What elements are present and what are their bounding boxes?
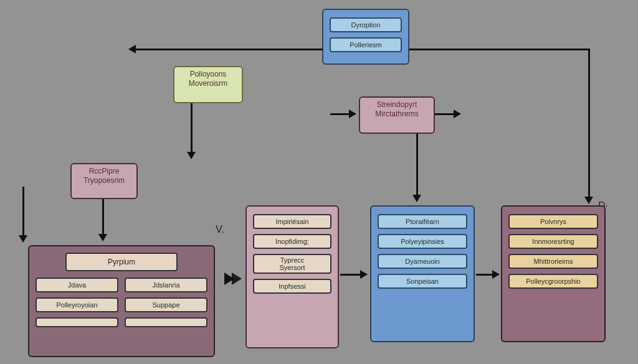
darkm-r1b: Jdslanria (125, 278, 207, 292)
darkm-r3a (36, 317, 118, 327)
arrow-green-down-head (187, 152, 196, 159)
arrow-green-down (191, 103, 193, 153)
streind-box-line-b: Mirctathrems (363, 110, 431, 119)
mauve-c2: Syersort (258, 264, 326, 271)
mauve-b: Inopfidimg; (253, 234, 331, 249)
top-box: Dyroption Polleriesm (322, 9, 409, 65)
rcp-box: RccPipre Tryopoesrim (70, 163, 138, 199)
arrow-d-down-head (584, 197, 593, 204)
arrow-top-right-v (588, 49, 590, 105)
top-box-item-a: Dyroption (330, 17, 402, 32)
green-box-line-b: Moveroisrm (177, 79, 239, 88)
arrow-top-right-h (409, 49, 590, 50)
arrow-blue-plum-head (492, 270, 500, 279)
plum-b: Innmoresrting (508, 234, 598, 249)
arrow-blue-plum (476, 274, 493, 276)
green-box-line-a: Polloyoons (177, 70, 239, 79)
arrow-mauve-blue (340, 274, 361, 276)
darkm-r2b: Suppape (125, 297, 207, 312)
arrow-top-left (136, 49, 323, 50)
arrow-streind-down-head (412, 195, 421, 202)
green-box: Polloyoons Moveroisrm (173, 66, 243, 103)
plum-d: Polleycgroorpshio (508, 274, 598, 289)
top-box-item-b: Polleriesm (330, 37, 402, 52)
plum-list-box: Poivnrys Innmoresrting Mhittrorieims Pol… (501, 205, 606, 342)
arrow-to-streind (330, 113, 349, 115)
arrow-farleft-down-head (19, 235, 27, 243)
v-label: V. (216, 224, 224, 235)
blue-d: Sonpeisan (378, 274, 467, 289)
darkm-r1a: Jdava (36, 278, 118, 292)
rcp-box-line-b: Tryopoesrim (74, 176, 134, 185)
mauve-c: Typrecc Syersort (253, 254, 331, 274)
plum-a: Poivnrys (508, 214, 598, 229)
streind-box: Streindopyrt Mirctathrems (359, 96, 435, 134)
rcp-box-line-a: RccPipre (74, 167, 134, 176)
darkm-r2a: Polleyroyoian (36, 297, 118, 312)
arrow-d-down (588, 105, 590, 198)
arrow-streind-down (416, 134, 418, 196)
mauve-d: Inpfsessi (253, 279, 331, 294)
arrow-streind-right (435, 113, 454, 115)
blue-list-box: Ptoraifèarn Polyeyipinsies Dyameuoin Son… (370, 205, 475, 342)
darkm-title: Pyrpium (65, 253, 178, 271)
blue-b: Polyeyipinsies (378, 234, 467, 249)
arrow-mauve-blue-head (360, 270, 368, 279)
streind-box-line-a: Streindopyrt (363, 100, 431, 110)
arrow-farleft-down (22, 187, 24, 236)
arrow-to-streind-head (349, 110, 356, 118)
blue-a: Ptoraifèarn (378, 214, 467, 229)
darkm-r3b (125, 317, 207, 327)
darkm-box: Pyrpium Jdava Jdslanria Polleyroyoian Su… (28, 245, 215, 357)
arrow-rcp-down (102, 199, 104, 235)
mauve-a: Impiriésain (253, 214, 331, 229)
plum-c: Mhittrorieims (508, 254, 598, 269)
arrow-top-left-head (128, 45, 136, 54)
mauve-list-box: Impiriésain Inopfidimg; Typrecc Syersort… (245, 205, 339, 348)
arrow-dm-to-mauve-2 (232, 273, 242, 285)
diagram-canvas: { "top_box": { "a": "Dyroption", "b": "P… (0, 0, 638, 364)
arrow-rcp-down-head (98, 234, 107, 241)
arrow-streind-right-head (454, 110, 461, 118)
blue-c: Dyameuoin (378, 254, 467, 269)
mauve-c1: Typrecc (258, 256, 326, 264)
